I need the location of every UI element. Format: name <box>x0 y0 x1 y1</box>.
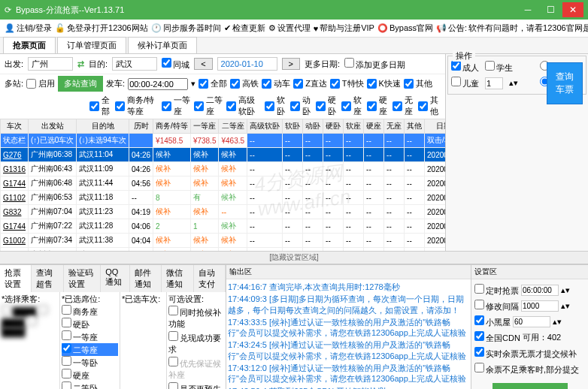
seat-rw[interactable]: 软卧 <box>265 95 287 117</box>
interval-check[interactable]: 修改间隔 <box>474 300 519 312</box>
menu-checkupdate[interactable]: ✔ 检查更新 <box>224 23 265 34</box>
filter-d[interactable]: 动车 <box>262 78 290 89</box>
config-toggle[interactable]: [隐藏设置区域] <box>0 251 588 264</box>
stepper-icon[interactable]: ▴▾ <box>561 301 570 311</box>
to-input[interactable] <box>112 57 157 71</box>
menu-synctime[interactable]: 🕐 同步服务器时间 <box>151 23 221 34</box>
seat-sw[interactable]: 商务/特等座 <box>115 95 159 117</box>
seat-option[interactable]: 二等卧 <box>62 381 118 389</box>
menu-login[interactable]: 👤 注销/登录 <box>5 23 52 34</box>
menu-official[interactable]: ⭕ Bypass官网 <box>377 23 433 34</box>
tab-orders[interactable]: 订单管理页面 <box>57 37 126 53</box>
option-item[interactable]: 优先保证候补座 <box>168 356 224 381</box>
filter-t[interactable]: T特快 <box>330 78 364 89</box>
stepper-icon[interactable]: ▴▾ <box>553 317 562 327</box>
filter-all[interactable]: 全部 <box>199 78 227 89</box>
seat-option[interactable]: 商务座 <box>62 305 118 318</box>
swap-button[interactable]: ⇄ <box>77 59 84 69</box>
blackroom-check[interactable]: 小黑屋 <box>474 315 511 328</box>
depart-down-icon[interactable]: ▾ <box>191 79 195 89</box>
maximize-button[interactable]: ☐ <box>540 2 561 17</box>
seat-2[interactable]: 二等座 <box>194 95 223 117</box>
col-header[interactable]: 无座 <box>384 119 405 134</box>
tab-waitlist[interactable]: 候补订单页面 <box>128 37 197 53</box>
option-item[interactable]: 同时抢候补功能 <box>168 305 224 330</box>
col-header[interactable]: 历时 <box>129 119 153 134</box>
cdn-check[interactable]: 全国CDN <box>474 331 520 344</box>
date-prev[interactable]: < <box>194 58 212 70</box>
timed-input[interactable] <box>521 285 559 296</box>
filter-other[interactable]: 其他 <box>404 78 432 89</box>
filter-k[interactable]: K快速 <box>367 78 401 89</box>
col-header[interactable]: 出发站 <box>29 119 77 134</box>
tab-grab[interactable]: 抢票页面 <box>3 37 56 53</box>
train-row[interactable]: G94广州南07:39武汉11:5204:13候补候补候补-----------… <box>1 248 446 252</box>
student-check[interactable]: 学生 <box>485 61 513 74</box>
adult-check[interactable]: 成人 <box>451 61 479 74</box>
close-button[interactable]: ✕ <box>562 2 583 17</box>
seat-1[interactable]: 一等座 <box>162 95 191 117</box>
bottom-tab[interactable]: 自动支付 <box>194 265 226 292</box>
train-row[interactable]: G1102广州南06:53武汉11:18--8有候补--------------… <box>1 191 446 205</box>
col-header[interactable]: 一等座 <box>190 119 219 134</box>
col-header[interactable]: 商务/特等 <box>153 119 191 134</box>
child-check[interactable]: 儿童 <box>451 77 479 89</box>
same-city-check[interactable]: 同城 <box>162 58 189 71</box>
col-header[interactable]: 硬座 <box>364 119 384 134</box>
menu-open12306[interactable]: 🔓 免登录打开12306网站 <box>55 23 148 34</box>
seat-option[interactable]: 二等座 <box>62 343 118 356</box>
start-button[interactable]: 开始抢票 <box>493 383 568 389</box>
col-header[interactable]: 日期 <box>425 119 445 134</box>
seat-gjrw[interactable]: 高级软卧 <box>226 95 262 117</box>
col-header[interactable]: 高级软卧 <box>247 119 283 134</box>
seat-option[interactable]: 一等卧 <box>62 356 118 369</box>
filter-z[interactable]: Z直达 <box>293 78 327 89</box>
bottom-tab[interactable]: 验证码设置 <box>64 265 102 292</box>
bottom-tab[interactable]: 微信通知 <box>162 265 193 292</box>
bottom-tab[interactable]: QQ通知 <box>101 265 130 292</box>
train-row[interactable]: G276广州南06:38武汉11:0404:26候补候补候补----------… <box>1 148 446 162</box>
date-input[interactable] <box>217 57 277 71</box>
seat-qt[interactable]: 其他 <box>418 95 441 117</box>
blackroom-input[interactable] <box>513 316 550 327</box>
filter-g[interactable]: 高铁 <box>230 78 259 89</box>
seat-yw[interactable]: 硬卧 <box>316 95 338 117</box>
seat-wz[interactable]: 无座 <box>393 95 415 117</box>
col-header[interactable]: 软卧 <box>283 119 303 134</box>
train-row[interactable]: G832广州南07:04武汉11:2304:19候补候补------------… <box>1 205 446 219</box>
bottom-tab[interactable]: 查询超售 <box>32 265 63 292</box>
menu-setproxy[interactable]: ⚙ 设置代理 <box>268 23 311 34</box>
train-row[interactable]: G1002广州南07:34武汉11:3804:04候补候补候补---------… <box>1 234 446 248</box>
minimize-button[interactable]: ─ <box>517 2 538 17</box>
seat-option[interactable]: 硬卧 <box>62 318 118 330</box>
multi-query-btn[interactable]: 多站查询 <box>58 76 103 92</box>
option-item[interactable]: 是否更预先选座 <box>168 381 224 389</box>
query-button[interactable]: 查询 车票 <box>547 62 583 104</box>
col-header[interactable]: 软座 <box>344 119 364 134</box>
col-header[interactable]: 动卧 <box>303 119 323 134</box>
seat-option[interactable]: 一等座 <box>62 330 118 343</box>
menu-help[interactable]: ♥ 帮助与注册VIP <box>314 23 374 34</box>
bottom-tab[interactable]: 邮件通知 <box>130 265 162 292</box>
realtime-check[interactable]: 实时余票无票才提交候补 <box>474 347 577 360</box>
seat-rz[interactable]: 软座 <box>341 95 364 117</box>
stepper-icon[interactable]: ▴▾ <box>561 285 570 295</box>
timed-check[interactable]: 定时抢票 <box>474 284 519 297</box>
seat-option[interactable]: 硬座 <box>62 369 118 381</box>
train-row[interactable]: G1744广州南07:22武汉11:2804:0621候补-----------… <box>1 219 446 234</box>
depart-time[interactable] <box>128 78 188 90</box>
child-count[interactable] <box>485 77 503 89</box>
col-header[interactable]: 目的地 <box>77 119 129 134</box>
seat-dw[interactable]: 动卧 <box>290 95 313 117</box>
option-item[interactable]: 兑现成功要求 <box>168 330 224 356</box>
col-header[interactable]: 其他 <box>405 119 425 134</box>
interval-input[interactable] <box>521 300 559 312</box>
from-input[interactable] <box>28 57 73 71</box>
col-header[interactable]: 车次 <box>1 119 29 134</box>
train-row[interactable]: G1316广州南06:43武汉11:0904:26候补候补候补---------… <box>1 162 446 176</box>
partial-check[interactable]: 余票不足乘客时,部分提交 <box>474 363 579 375</box>
bottom-tab[interactable]: 抢票设置 <box>0 265 32 292</box>
date-next[interactable]: > <box>282 58 300 70</box>
train-row[interactable]: G1744广州南06:48武汉11:4404:56候补候补候补---------… <box>1 176 446 191</box>
enable-multi[interactable]: 启用 <box>26 78 55 89</box>
